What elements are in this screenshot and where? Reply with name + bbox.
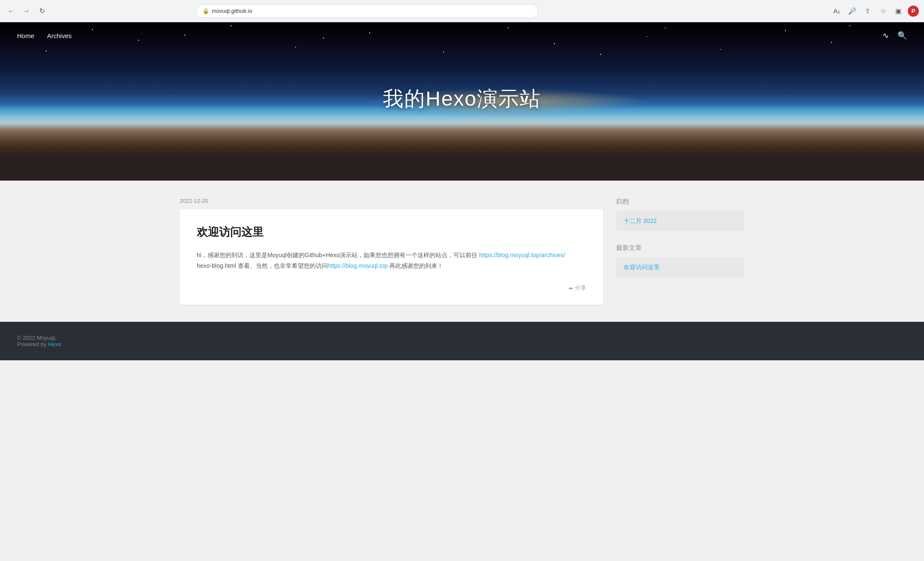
footer-copyright: © 2022 MoyuqL bbox=[17, 335, 907, 341]
share-button[interactable]: ➦ 分享 bbox=[569, 284, 586, 292]
posts-area: 2022-12-20 欢迎访问这里 hi，感谢您的到访，这里是Moyuql创建的… bbox=[180, 198, 603, 305]
extensions-button[interactable]: ▣ bbox=[892, 5, 904, 17]
powered-label: Powered by bbox=[17, 341, 47, 347]
post-link-1[interactable]: https://blog.moyuql.top/archives/ bbox=[479, 252, 565, 258]
post-text-2: hexo-blog.html 查看。当然，也非常希望您的访问 bbox=[197, 262, 328, 269]
sidebar-recent-item[interactable]: 欢迎访问这里 bbox=[616, 257, 744, 277]
post-content: hi，感谢您的到访，这里是Moyuql创建的Github+Hexo演示站，如果您… bbox=[197, 250, 586, 271]
nav-archives[interactable]: Archives bbox=[47, 32, 72, 39]
back-button[interactable]: ← bbox=[5, 5, 17, 17]
browser-chrome: ← → ↻ 🔒 movuql.github.io A₁ 🔎 ⇧ ☆ ▣ P bbox=[0, 0, 924, 22]
post-link-2[interactable]: https://blog.moyuql.top bbox=[328, 262, 388, 269]
translate-button[interactable]: A₁ bbox=[831, 5, 843, 17]
address-bar[interactable]: 🔒 movuql.github.io bbox=[196, 4, 538, 18]
nav-home[interactable]: Home bbox=[17, 32, 34, 39]
site-footer: © 2022 MoyuqL Powered by Hexo bbox=[0, 322, 924, 360]
sidebar-archives-title: 归档 bbox=[616, 198, 744, 206]
site-nav: Home Archives ∿ 🔍 bbox=[0, 22, 924, 49]
powered-link[interactable]: Hexo bbox=[48, 341, 61, 347]
bookmark-button[interactable]: ☆ bbox=[877, 5, 889, 17]
sidebar-recent-title: 最新文章 bbox=[616, 244, 744, 252]
share-label: 分享 bbox=[575, 284, 586, 292]
post-title: 欢迎访问这里 bbox=[197, 225, 586, 240]
share-button[interactable]: ⇧ bbox=[862, 5, 874, 17]
search-icon[interactable]: 🔍 bbox=[897, 31, 907, 40]
rss-icon[interactable]: ∿ bbox=[883, 31, 889, 40]
url-text: movuql.github.io bbox=[212, 8, 252, 14]
site-title-area: 我的Hexo演示站 bbox=[383, 85, 541, 113]
refresh-button[interactable]: ↻ bbox=[36, 5, 48, 17]
forward-button[interactable]: → bbox=[21, 5, 33, 17]
footer-powered: Powered by Hexo bbox=[17, 341, 907, 347]
post-text-3: 再此感谢您的到来！ bbox=[388, 262, 444, 269]
browser-icon-group: A₁ 🔎 ⇧ ☆ ▣ P bbox=[831, 5, 919, 17]
sidebar: 归档 十二月 2022 最新文章 欢迎访问这里 bbox=[616, 198, 744, 305]
site-title: 我的Hexo演示站 bbox=[383, 85, 541, 113]
post-date: 2022-12-20 bbox=[180, 198, 603, 204]
recent-post-link[interactable]: 欢迎访问这里 bbox=[624, 264, 660, 270]
nav-icons: ∿ 🔍 bbox=[883, 31, 907, 40]
main-content: 2022-12-20 欢迎访问这里 hi，感谢您的到访，这里是Moyuql创建的… bbox=[163, 181, 761, 322]
site-header: Home Archives ∿ 🔍 我的Hexo演示站 bbox=[0, 22, 924, 181]
sidebar-archives: 归档 十二月 2022 bbox=[616, 198, 744, 231]
share-icon: ➦ bbox=[569, 285, 573, 291]
archives-link[interactable]: 十二月 2022 bbox=[624, 217, 657, 224]
profile-avatar[interactable]: P bbox=[908, 6, 919, 17]
sidebar-archives-item[interactable]: 十二月 2022 bbox=[616, 211, 744, 231]
post-card: 欢迎访问这里 hi，感谢您的到访，这里是Moyuql创建的Github+Hexo… bbox=[180, 209, 603, 305]
post-footer: ➦ 分享 bbox=[197, 284, 586, 292]
post-text-1: hi，感谢您的到访，这里是Moyuql创建的Github+Hexo演示站，如果您… bbox=[197, 252, 477, 258]
zoom-button[interactable]: 🔎 bbox=[846, 5, 858, 17]
sidebar-recent: 最新文章 欢迎访问这里 bbox=[616, 244, 744, 277]
